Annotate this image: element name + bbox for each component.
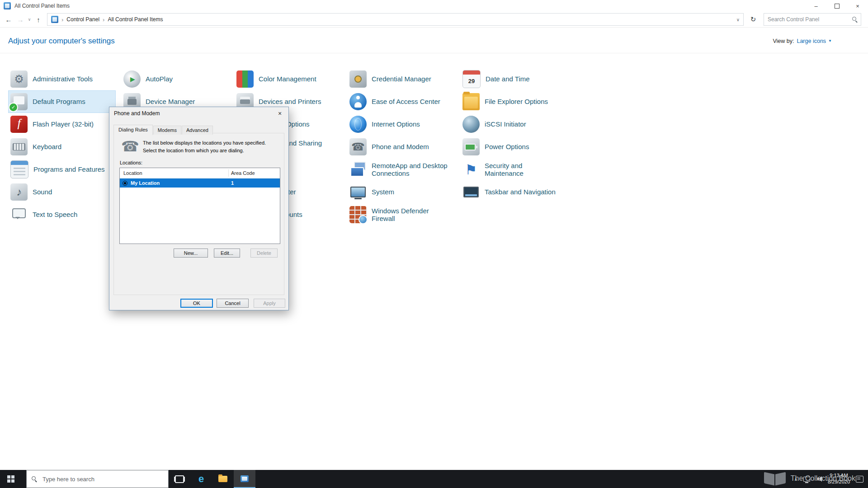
control-panel-item[interactable]: Power Options xyxy=(460,136,568,158)
power-options-icon xyxy=(462,138,480,155)
start-button[interactable] xyxy=(0,470,22,488)
internet-options-icon xyxy=(349,116,367,133)
close-button[interactable]: × xyxy=(847,0,868,12)
control-panel-item[interactable]: Flash Player (32-bit) xyxy=(8,113,116,136)
control-panel-icon xyxy=(241,475,249,482)
control-panel-item[interactable]: Security and Maintenance xyxy=(460,158,568,181)
task-view-icon xyxy=(175,475,184,483)
control-panel-item[interactable]: RemoteApp and Desktop Connections xyxy=(347,158,455,181)
control-panel-item[interactable]: Ease of Access Center xyxy=(347,90,455,113)
up-button[interactable]: ↑ xyxy=(33,14,44,25)
taskbar-search-input[interactable] xyxy=(42,475,164,483)
control-panel-app-icon xyxy=(4,2,11,9)
control-panel-item-label: Devices and Printers xyxy=(259,98,321,105)
page-title: Adjust your computer's settings xyxy=(8,37,115,46)
control-panel-item-label: Taskbar and Navigation xyxy=(485,188,556,196)
tab-advanced[interactable]: Advanced xyxy=(182,126,213,135)
control-panel-item[interactable]: Date and Time xyxy=(460,68,568,90)
dialog-close-button[interactable]: × xyxy=(271,107,288,120)
windows-defender-firewall-icon xyxy=(349,206,367,223)
location-area-code: 1 xyxy=(231,180,234,186)
address-dropdown-icon[interactable]: ∨ xyxy=(736,17,740,22)
breadcrumb-all-control-panel-items[interactable]: All Control Panel Items xyxy=(108,16,163,23)
control-panel-item[interactable]: iSCSI Initiator xyxy=(460,113,568,136)
control-panel-item-label: Color Management xyxy=(259,75,316,83)
remoteapp-icon xyxy=(349,161,367,178)
breadcrumb-control-panel[interactable]: Control Panel xyxy=(66,16,99,23)
color-management-icon xyxy=(236,70,254,88)
ease-of-access-icon xyxy=(349,93,367,110)
control-panel-item[interactable]: AutoPlay xyxy=(121,68,229,90)
control-panel-item-label: Internet Options xyxy=(372,120,420,128)
control-panel-item-label: Text to Speech xyxy=(33,211,77,218)
ok-button[interactable]: OK xyxy=(180,299,213,308)
minimize-button[interactable]: – xyxy=(806,0,826,12)
radio-selected-icon xyxy=(123,181,127,186)
flash-player-icon xyxy=(10,116,28,133)
history-dropdown-icon[interactable]: ∨ xyxy=(26,14,33,25)
taskbar-clock[interactable]: 9:13 AM 8/29/2020 xyxy=(828,473,850,485)
control-panel-item[interactable]: System xyxy=(347,181,455,203)
default-programs-icon xyxy=(10,93,28,110)
maximize-button[interactable] xyxy=(826,0,847,12)
tab-dialing-rules[interactable]: Dialing Rules xyxy=(113,125,153,135)
control-panel-item-label: RemoteApp and Desktop Connections xyxy=(372,162,449,178)
control-panel-item[interactable]: Administrative Tools xyxy=(8,68,116,90)
control-panel-item[interactable]: Windows Defender Firewall xyxy=(347,203,455,226)
back-button[interactable]: ← xyxy=(3,14,14,25)
location-name: My Location xyxy=(131,180,160,186)
control-panel-item[interactable]: Internet Options xyxy=(347,113,455,136)
new-button[interactable]: New... xyxy=(174,249,208,258)
header-row: Adjust your computer's settings View by:… xyxy=(0,29,868,53)
control-panel-item[interactable]: Credential Manager xyxy=(347,68,455,90)
search-box[interactable] xyxy=(764,13,861,26)
action-center-icon[interactable] xyxy=(856,476,863,483)
control-panel-item[interactable]: Color Management xyxy=(234,68,342,90)
refresh-button[interactable]: ↻ xyxy=(747,14,759,25)
volume-icon[interactable] xyxy=(816,476,822,482)
control-panel-item-label: File Explorer Options xyxy=(485,98,548,105)
control-panel-item-label: Date and Time xyxy=(486,75,530,83)
control-panel-item[interactable]: Taskbar and Navigation xyxy=(460,181,568,203)
apply-button: Apply xyxy=(254,299,285,308)
column-header-location[interactable]: Location xyxy=(120,170,142,176)
window-title: All Control Panel Items xyxy=(14,3,70,9)
locations-label: Locations: xyxy=(120,160,142,165)
taskbar-search-box[interactable] xyxy=(26,470,169,488)
search-icon[interactable] xyxy=(852,16,858,23)
control-panel-item[interactable]: Keyboard xyxy=(8,136,116,158)
cancel-button[interactable]: Cancel xyxy=(217,299,249,308)
text-to-speech-icon xyxy=(10,206,28,223)
edit-button[interactable]: Edit... xyxy=(214,249,240,258)
tab-modems[interactable]: Modems xyxy=(153,126,181,135)
address-bar[interactable]: › Control Panel › All Control Panel Item… xyxy=(47,13,744,26)
view-by-label: View by: xyxy=(773,38,794,44)
forward-button[interactable]: → xyxy=(14,14,26,25)
keyboard-icon xyxy=(10,138,28,155)
control-panel-item-label: Phone and Modem xyxy=(372,143,429,150)
file-explorer-taskbar-button[interactable] xyxy=(212,470,234,488)
task-view-button[interactable] xyxy=(169,470,190,488)
control-panel-item[interactable]: File Explorer Options xyxy=(460,90,568,113)
control-panel-item[interactable]: Programs and Features xyxy=(8,158,116,181)
control-panel-taskbar-button[interactable] xyxy=(234,470,255,488)
control-panel-item[interactable]: Phone and Modem xyxy=(347,136,455,158)
title-bar: All Control Panel Items xyxy=(0,0,868,12)
search-input[interactable] xyxy=(767,16,852,23)
view-by-dropdown[interactable]: Large icons ▼ xyxy=(797,38,832,44)
taskbar: e ∧ 9:13 AM 8/29/2020 xyxy=(0,470,868,488)
column-header-area-code[interactable]: Area Code xyxy=(231,170,255,176)
internet-explorer-taskbar-button[interactable]: e xyxy=(190,470,212,488)
dialog-title: Phone and Modem xyxy=(114,110,160,117)
chevron-up-icon[interactable]: ∧ xyxy=(794,477,797,482)
network-icon[interactable] xyxy=(803,477,810,482)
control-panel-item-label: Power Options xyxy=(485,143,529,150)
location-row-my-location[interactable]: My Location 1 xyxy=(120,178,280,188)
control-panel-item[interactable]: Text to Speech xyxy=(8,203,116,226)
maximize-icon xyxy=(835,4,840,9)
locations-list: Location Area Code My Location 1 xyxy=(119,168,280,244)
control-panel-item[interactable]: Sound xyxy=(8,181,116,203)
taskbar-navigation-icon xyxy=(462,183,480,201)
control-panel-item[interactable]: Default Programs xyxy=(8,90,116,113)
autoplay-icon xyxy=(123,70,141,88)
